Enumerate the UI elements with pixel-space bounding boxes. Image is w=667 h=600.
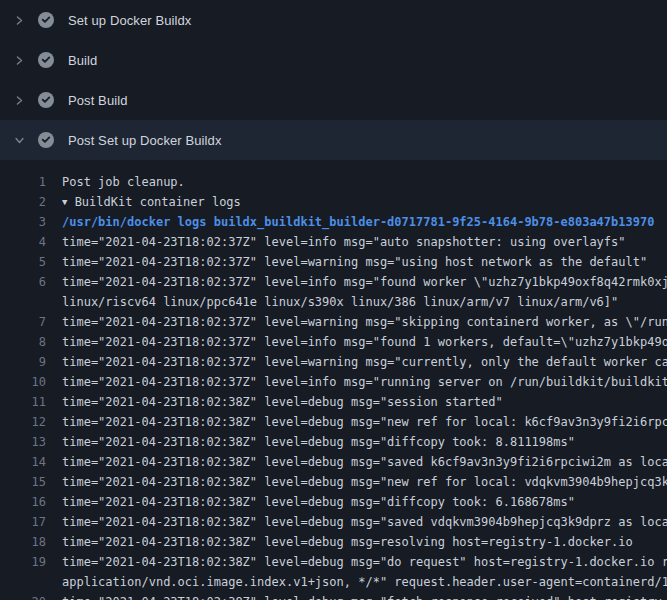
log-line-text: time="2021-04-23T18:02:37Z" level=info m…	[62, 272, 667, 292]
log-area: 1 Post job cleanup. 2 ▼ BuildKit contain…	[0, 160, 667, 600]
chevron-icon[interactable]	[13, 14, 25, 26]
log-line-number[interactable]: 13	[0, 432, 46, 452]
log-line-number[interactable]: 9	[0, 352, 46, 372]
log-line-number[interactable]: 12	[0, 412, 46, 432]
log-line-text: time="2021-04-23T18:02:38Z" level=debug …	[62, 592, 667, 600]
chevron-icon[interactable]	[13, 134, 25, 146]
log-line: 13 time="2021-04-23T18:02:38Z" level=deb…	[0, 432, 667, 452]
log-line-text: linux/riscv64 linux/ppc641e linux/s390x …	[62, 292, 618, 312]
log-line-number[interactable]: 2	[0, 192, 46, 212]
check-circle-icon	[38, 52, 54, 68]
log-line-text: time="2021-04-23T18:02:37Z" level=warnin…	[62, 252, 647, 272]
step-list: Set up Docker Buildx Build P	[0, 0, 667, 160]
log-line-text: time="2021-04-23T18:02:38Z" level=debug …	[62, 532, 633, 552]
log-line: 4 time="2021-04-23T18:02:37Z" level=info…	[0, 232, 667, 252]
step-header[interactable]: Set up Docker Buildx	[0, 0, 667, 40]
log-line-text: time="2021-04-23T18:02:38Z" level=debug …	[62, 392, 503, 412]
log-line-number[interactable]	[0, 572, 46, 592]
log-line: 19 time="2021-04-23T18:02:38Z" level=deb…	[0, 552, 667, 572]
check-circle-icon	[38, 12, 54, 28]
log-line: 6 time="2021-04-23T18:02:37Z" level=info…	[0, 272, 667, 292]
log-line: 17 time="2021-04-23T18:02:38Z" level=deb…	[0, 512, 667, 532]
log-line-number[interactable]: 3	[0, 212, 46, 232]
workflow-log-viewer: Set up Docker Buildx Build P	[0, 0, 667, 600]
log-line-number[interactable]	[0, 292, 46, 312]
log-line-number[interactable]: 10	[0, 372, 46, 392]
log-line-number[interactable]: 5	[0, 252, 46, 272]
log-line: 14 time="2021-04-23T18:02:38Z" level=deb…	[0, 452, 667, 472]
log-line-text: time="2021-04-23T18:02:38Z" level=debug …	[62, 452, 667, 472]
log-line-text: Post job cleanup.	[62, 172, 185, 192]
log-line-number[interactable]: 15	[0, 472, 46, 492]
log-line: 11 time="2021-04-23T18:02:38Z" level=deb…	[0, 392, 667, 412]
log-line-number[interactable]: 4	[0, 232, 46, 252]
log-line-number[interactable]: 11	[0, 392, 46, 412]
group-title: BuildKit container logs	[67, 195, 240, 209]
log-line-text: time="2021-04-23T18:02:37Z" level=warnin…	[62, 352, 667, 372]
log-line: application/vnd.oci.image.index.v1+json,…	[0, 572, 667, 592]
log-line-number[interactable]: 19	[0, 552, 46, 572]
log-line: 20 time="2021-04-23T18:02:38Z" level=deb…	[0, 592, 667, 600]
log-line: 1 Post job cleanup.	[0, 172, 667, 192]
log-line: 18 time="2021-04-23T18:02:38Z" level=deb…	[0, 532, 667, 552]
step-header[interactable]: Post Build	[0, 80, 667, 120]
log-line-text: time="2021-04-23T18:02:37Z" level=info m…	[62, 232, 626, 252]
log-line-text: time="2021-04-23T18:02:37Z" level=info m…	[62, 372, 667, 392]
step-label: Post Set up Docker Buildx	[68, 133, 222, 148]
log-line-number[interactable]: 8	[0, 332, 46, 352]
log-line: 12 time="2021-04-23T18:02:38Z" level=deb…	[0, 412, 667, 432]
log-line-text: time="2021-04-23T18:02:37Z" level=warnin…	[62, 312, 667, 332]
log-line-number[interactable]: 14	[0, 452, 46, 472]
log-line-text: time="2021-04-23T18:02:38Z" level=debug …	[62, 412, 667, 432]
log-line-text: time="2021-04-23T18:02:37Z" level=info m…	[62, 332, 667, 352]
log-line: 10 time="2021-04-23T18:02:37Z" level=inf…	[0, 372, 667, 392]
chevron-icon[interactable]	[13, 94, 25, 106]
log-line: 8 time="2021-04-23T18:02:37Z" level=info…	[0, 332, 667, 352]
log-line-number[interactable]: 1	[0, 172, 46, 192]
log-line: 9 time="2021-04-23T18:02:37Z" level=warn…	[0, 352, 667, 372]
log-line: 5 time="2021-04-23T18:02:37Z" level=warn…	[0, 252, 667, 272]
log-line: 15 time="2021-04-23T18:02:38Z" level=deb…	[0, 472, 667, 492]
log-line-text: time="2021-04-23T18:02:38Z" level=debug …	[62, 432, 575, 452]
step-label: Set up Docker Buildx	[68, 13, 191, 28]
log-line-text: time="2021-04-23T18:02:38Z" level=debug …	[62, 512, 667, 532]
log-line-number[interactable]: 20	[0, 592, 46, 600]
log-line-text: ▼ BuildKit container logs	[62, 192, 241, 212]
log-line-number[interactable]: 16	[0, 492, 46, 512]
log-line: linux/riscv64 linux/ppc641e linux/s390x …	[0, 292, 667, 312]
log-line-number[interactable]: 7	[0, 312, 46, 332]
log-line: 3 /usr/bin/docker logs buildx_buildkit_b…	[0, 212, 667, 232]
step-label: Post Build	[68, 93, 128, 108]
group-toggle-icon[interactable]: ▼	[62, 192, 67, 212]
log-line: 16 time="2021-04-23T18:02:38Z" level=deb…	[0, 492, 667, 512]
log-line-text: time="2021-04-23T18:02:38Z" level=debug …	[62, 552, 667, 572]
log-line-text: application/vnd.oci.image.index.v1+json,…	[62, 572, 667, 592]
log-line: 7 time="2021-04-23T18:02:37Z" level=warn…	[0, 312, 667, 332]
step-header[interactable]: Post Set up Docker Buildx	[0, 120, 667, 160]
log-line-number[interactable]: 18	[0, 532, 46, 552]
step-header[interactable]: Build	[0, 40, 667, 80]
log-line-text: time="2021-04-23T18:02:38Z" level=debug …	[62, 472, 667, 492]
chevron-icon[interactable]	[13, 54, 25, 66]
log-line-text: time="2021-04-23T18:02:38Z" level=debug …	[62, 492, 575, 512]
check-circle-icon	[38, 132, 54, 148]
log-line-number[interactable]: 6	[0, 272, 46, 292]
check-circle-icon	[38, 92, 54, 108]
log-line[interactable]: 2 ▼ BuildKit container logs	[0, 192, 667, 212]
log-line-number[interactable]: 17	[0, 512, 46, 532]
log-line-text: /usr/bin/docker logs buildx_buildkit_bui…	[62, 212, 654, 232]
step-label: Build	[68, 53, 97, 68]
